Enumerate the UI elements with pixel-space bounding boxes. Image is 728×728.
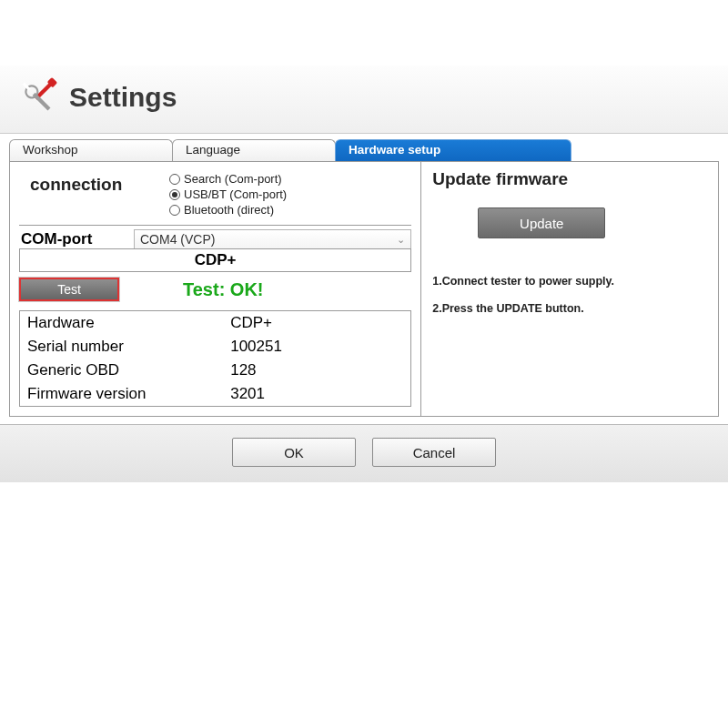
table-row: Generic OBD 128	[20, 359, 410, 382]
firmware-value: 3201	[223, 382, 410, 406]
test-button[interactable]: Test	[19, 278, 119, 301]
instruction-line-2: 2.Press the UPDATE button.	[432, 302, 707, 315]
obd-value: 128	[223, 359, 410, 382]
radio-search-comport[interactable]: Search (Com-port)	[169, 171, 287, 187]
firmware-label: Firmware version	[20, 382, 223, 406]
blank-area	[0, 0, 728, 66]
update-instructions: 1.Connect tester to power supply. 2.Pres…	[432, 275, 707, 315]
right-pane: Update firmware Update 1.Connect tester …	[420, 162, 718, 416]
comport-select[interactable]: COM4 (VCP) ⌄	[134, 229, 411, 249]
tab-content: connection Search (Com-port) USB/BT (Com…	[9, 161, 719, 417]
tools-icon	[13, 73, 62, 122]
hardware-info-table: Hardware CDP+ Serial number 100251 Gener…	[19, 310, 411, 407]
radio-icon	[169, 174, 180, 185]
table-row: Hardware CDP+	[20, 311, 410, 335]
tab-language[interactable]: Language	[172, 139, 336, 161]
cancel-button[interactable]: Cancel	[372, 438, 496, 467]
serial-value: 100251	[223, 335, 410, 359]
left-pane: connection Search (Com-port) USB/BT (Com…	[10, 162, 420, 416]
comport-value: COM4 (VCP)	[140, 232, 215, 247]
tab-hardware-setup[interactable]: Hardware setup	[335, 139, 571, 161]
dialog-footer: OK Cancel	[0, 424, 728, 482]
hardware-label: Hardware	[20, 311, 223, 335]
divider	[19, 225, 411, 226]
connection-label: connection	[19, 169, 169, 195]
connection-radio-group: Search (Com-port) USB/BT (Com-port) Blue…	[169, 169, 287, 217]
radio-icon	[169, 205, 180, 216]
table-row: Serial number 100251	[20, 335, 410, 359]
chevron-down-icon: ⌄	[397, 234, 405, 246]
table-row: Firmware version 3201	[20, 382, 410, 406]
comport-label: COM-port	[19, 230, 128, 248]
hardware-value: CDP+	[223, 311, 410, 335]
device-model-box: CDP+	[19, 248, 411, 272]
obd-label: Generic OBD	[20, 359, 223, 382]
radio-label: USB/BT (Com-port)	[184, 187, 287, 202]
update-firmware-title: Update firmware	[432, 169, 707, 189]
test-result-label: Test: OK!	[183, 279, 264, 300]
radio-label: Search (Com-port)	[184, 171, 282, 187]
page-title: Settings	[69, 82, 177, 113]
tab-workshop[interactable]: Workshop	[9, 139, 173, 161]
settings-window: Settings Workshop Language Hardware setu…	[0, 0, 728, 728]
radio-icon	[169, 189, 180, 200]
radio-bluetooth-direct[interactable]: Bluetooth (direct)	[169, 202, 287, 217]
tab-strip: Workshop Language Hardware setup	[0, 134, 728, 161]
serial-label: Serial number	[20, 335, 223, 359]
update-button[interactable]: Update	[478, 207, 605, 238]
instruction-line-1: 1.Connect tester to power supply.	[432, 275, 707, 288]
ok-button[interactable]: OK	[232, 438, 356, 467]
radio-label: Bluetooth (direct)	[184, 202, 274, 217]
radio-usb-bt-comport[interactable]: USB/BT (Com-port)	[169, 187, 287, 202]
header: Settings	[0, 66, 728, 134]
